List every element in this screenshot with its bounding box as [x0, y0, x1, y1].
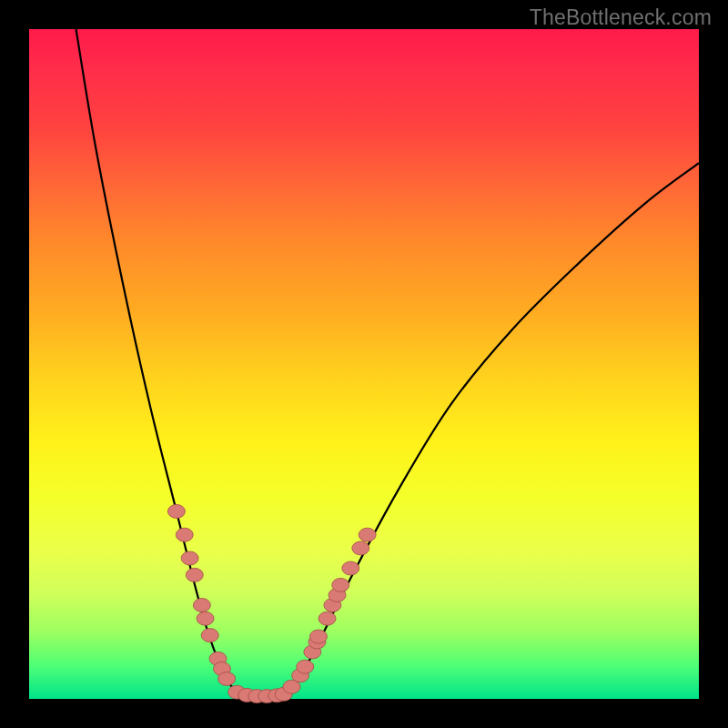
curve-group — [76, 29, 699, 697]
marker-dot — [309, 630, 327, 643]
marker-dot — [332, 578, 349, 592]
marker-dot — [352, 541, 369, 555]
marker-dot — [186, 568, 203, 581]
bottleneck-curve-path — [76, 29, 699, 697]
marker-dot — [297, 660, 314, 673]
marker-dot — [318, 612, 336, 625]
watermark-text: TheBottleneck.com — [530, 5, 712, 30]
marker-dot — [167, 504, 185, 518]
marker-dot — [193, 598, 210, 612]
marker-dot — [176, 528, 193, 541]
marker-dot — [218, 672, 236, 685]
marker-dot — [181, 551, 198, 565]
marker-dot — [201, 629, 218, 642]
chart-svg — [29, 29, 699, 699]
plot-area — [29, 29, 699, 699]
outer-frame: TheBottleneck.com — [0, 0, 728, 728]
marker-dot — [342, 561, 359, 575]
marker-dot — [359, 528, 376, 541]
marker-dot — [197, 612, 214, 625]
markers-group — [167, 504, 376, 703]
